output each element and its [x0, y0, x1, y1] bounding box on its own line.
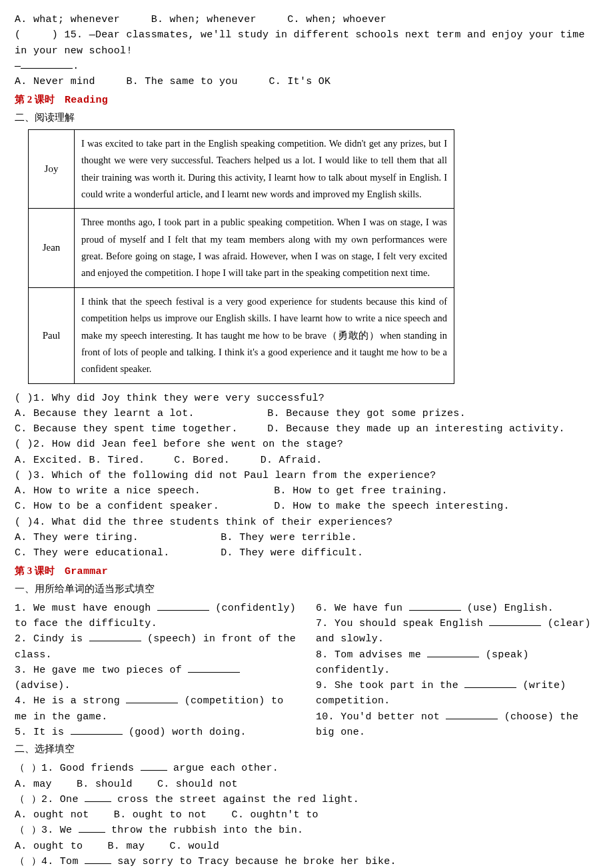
fill-q10-blank[interactable] — [446, 709, 498, 719]
lesson2-title-en: Reading — [65, 95, 108, 106]
q15-options-row: A. Never mind B. The same to you C. It's… — [15, 74, 598, 89]
fill-q9-blank[interactable] — [464, 679, 516, 689]
r-q4-row1: A. They were tiring. B. They were terrib… — [15, 530, 598, 545]
r-q1-B: B. Because they got some prizes. — [267, 408, 466, 419]
c1-blank[interactable] — [141, 761, 167, 771]
fill-q9: 9. She took part in the (write) competit… — [316, 678, 598, 709]
c1-A: A. may — [15, 779, 52, 790]
lesson3-sub1: 一、用所给单词的适当形式填空 — [15, 581, 598, 597]
r-q4-D: D. They were difficult. — [221, 547, 363, 559]
q15-optB: B. The same to you — [126, 76, 237, 87]
lesson3-title-cn: 第 3 课时 — [15, 565, 55, 576]
fill-q4-blank[interactable] — [126, 694, 178, 704]
c1-qa: （ ）1. Good friends — [15, 763, 141, 774]
fill-q10a: 10. You'd better not — [316, 711, 446, 723]
fill-q1: 1. We must have enough (confidently) to … — [15, 601, 297, 632]
r-q1: ( )1. Why did Joy think they were very s… — [15, 391, 598, 406]
fill-q3: 3. He gave me two pieces of (advise). — [15, 663, 297, 694]
r-q2-opts: A. Excited. B. Tired. C. Bored. D. Afrai… — [15, 453, 598, 468]
c2-q: （ ）2. One cross the street against the r… — [15, 792, 598, 807]
c3-A: A. ought to — [15, 841, 83, 852]
r-q1-row2: C. Because they spent time together. D. … — [15, 421, 598, 437]
r-q3-D: D. How to make the speech interesting. — [274, 501, 509, 512]
fill-q5-blank[interactable] — [71, 725, 123, 735]
c1-qb: argue each other. — [167, 763, 279, 774]
r-q2-C: C. Bored. — [174, 453, 254, 468]
fill-q5: 5. It is (good) worth doing. — [15, 725, 297, 740]
r-q1-C: C. Because they spent time together. — [15, 421, 261, 437]
q14-optB: B. when; whenever — [151, 14, 257, 25]
c3-B: B. may — [108, 841, 145, 852]
q15-dash: — — [15, 61, 21, 72]
fill-q4a: 4. He is a strong — [15, 695, 126, 707]
lesson3-title-en: Grammar — [65, 566, 108, 577]
fill-q4: 4. He is a strong (competition) to me in… — [15, 693, 297, 725]
choice-block: （ ）1. Good friends argue each other. A. … — [15, 761, 598, 868]
q15-optC: C. It's OK — [269, 76, 330, 87]
fill-q2-blank[interactable] — [89, 632, 141, 642]
c4-blank[interactable] — [85, 854, 111, 864]
c3-C: C. would — [170, 841, 219, 852]
cell-text-paul: I think that the speech festival is a ve… — [75, 287, 454, 383]
fill-q9a: 9. She took part in the — [316, 680, 464, 691]
fill-q1a: 1. We must have enough — [15, 603, 157, 614]
c2-qa: （ ）2. One — [15, 794, 85, 805]
fill-q6a: 6. We have fun — [316, 603, 409, 614]
r-q3-A: A. How to write a nice speech. — [15, 483, 268, 499]
fill-q3-blank[interactable] — [188, 663, 240, 673]
c3-qb: throw the rubbish into the bin. — [105, 825, 304, 836]
fill-q2a: 2. Cindy is — [15, 633, 89, 645]
fill-q6: 6. We have fun (use) English. — [316, 601, 598, 616]
fill-right-col: 6. We have fun (use) English. 7. You sho… — [316, 601, 598, 740]
c1-q: （ ）1. Good friends argue each other. — [15, 761, 598, 776]
r-q2-D: D. Afraid. — [261, 455, 322, 466]
fill-left-col: 1. We must have enough (confidently) to … — [15, 601, 297, 740]
c3-opts: A. ought to B. may C. would — [15, 839, 598, 854]
c1-C: C. should not — [157, 779, 238, 790]
c3-qa: （ ）3. We — [15, 825, 79, 836]
cell-text-joy: I was excited to take part in the Englis… — [75, 129, 454, 209]
fill-blank-columns: 1. We must have enough (confidently) to … — [15, 601, 598, 740]
r-q4-C: C. They were educational. — [15, 545, 215, 561]
lesson2-title-cn: 第 2 课时 — [15, 94, 55, 105]
c4-qa: （ ）4. Tom — [15, 856, 85, 867]
c2-blank[interactable] — [85, 792, 111, 802]
table-row-joy: Joy I was excited to take part in the En… — [29, 129, 454, 209]
fill-q3a: 3. He gave me two pieces of — [15, 665, 188, 676]
c2-qb: cross the street against the red light. — [111, 794, 359, 805]
fill-q7a: 7. You should speak English — [316, 618, 489, 629]
q15-blank[interactable] — [21, 59, 73, 69]
cell-text-jean: Three months ago, I took part in a publi… — [75, 209, 454, 288]
q14-options-row: A. what; whenever B. when; whenever C. w… — [15, 12, 598, 27]
q15-text: ) 15. —Dear classmates, we'll study in d… — [15, 29, 585, 56]
c3-q: （ ）3. We throw the rubbish into the bin. — [15, 823, 598, 838]
fill-q8-blank[interactable] — [427, 647, 479, 657]
r-q3-C: C. How to be a confident speaker. — [15, 499, 268, 514]
lesson2-title: 第 2 课时 Reading — [15, 92, 598, 108]
r-q3-B: B. How to get free training. — [274, 485, 447, 497]
fill-q2: 2. Cindy is (speech) in front of the cla… — [15, 631, 297, 663]
fill-q10: 10. You'd better not (choose) the big on… — [316, 709, 598, 741]
r-q4: ( )4. What did the three students think … — [15, 515, 598, 530]
cell-name-jean: Jean — [29, 209, 75, 288]
fill-q6-blank[interactable] — [409, 601, 461, 611]
c4-qb: say sorry to Tracy because he broke her … — [111, 856, 396, 867]
fill-q5a: 5. It is — [15, 727, 71, 738]
lesson2-subhead: 二、阅读理解 — [15, 110, 598, 125]
c3-blank[interactable] — [79, 823, 105, 833]
q14-optC: C. when; whoever — [287, 14, 386, 25]
r-q3-row2: C. How to be a confident speaker. D. How… — [15, 499, 598, 514]
c2-C: C. oughtn't to — [232, 809, 318, 821]
c1-opts: A. may B. should C. should not — [15, 777, 598, 792]
fill-q3b: (advise). — [15, 680, 71, 691]
fill-q7-blank[interactable] — [489, 617, 541, 627]
r-q4-A: A. They were tiring. — [15, 530, 215, 545]
fill-q7: 7. You should speak English (clear) and … — [316, 616, 598, 647]
table-row-jean: Jean Three months ago, I took part in a … — [29, 209, 454, 288]
cell-name-paul: Paul — [29, 287, 75, 383]
fill-q8: 8. Tom advises me (speak) confidently. — [316, 647, 598, 679]
fill-q1-blank[interactable] — [157, 601, 209, 611]
fill-q8a: 8. Tom advises me — [316, 649, 427, 661]
r-q1-A: A. Because they learnt a lot. — [15, 406, 261, 421]
q15-answer-row: —. — [15, 59, 598, 74]
